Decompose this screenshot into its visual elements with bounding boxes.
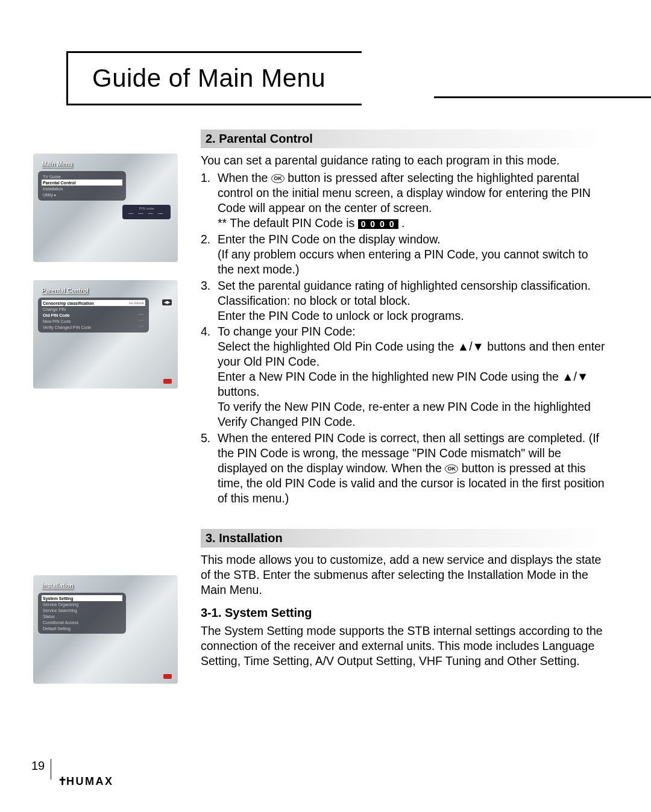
screenshot-menu: System SettingService OrganizingService … <box>38 593 126 634</box>
screenshot-menu-item: Status <box>42 613 122 619</box>
screenshot-title: Parental Control <box>38 285 173 296</box>
screenshot-menu-item: Installation <box>42 186 122 192</box>
screenshot-column: Main Menu TV GuideParental ControlInstal… <box>21 130 184 702</box>
page-title-box: Guide of Main Menu <box>66 51 362 105</box>
step-body: Enter the PIN Code on the display window… <box>218 233 588 276</box>
content-columns: Main Menu TV GuideParental ControlInstal… <box>21 130 630 702</box>
page-number: 19 <box>31 759 51 779</box>
section-heading-installation: 3. Installation <box>201 529 606 548</box>
title-rule <box>434 96 651 98</box>
screenshot-menu-item: Change PIN <box>42 306 145 312</box>
screenshot-menu: TV GuideParental ControlInstallationUtil… <box>38 171 126 201</box>
step-item: 2.Enter the PIN Code on the display wind… <box>201 232 606 277</box>
brand-text: HUMAX <box>66 775 114 787</box>
brand-cross-icon: ✝ <box>58 775 66 788</box>
step-item: 1.When the OK button is pressed after se… <box>201 170 606 231</box>
screenshot-menu-item: Parental Control <box>42 180 122 186</box>
step-item: 5.When the entered PIN Code is correct, … <box>201 431 606 506</box>
screenshot-title: Main Menu <box>38 158 173 170</box>
section-heading-parental: 2. Parental Control <box>201 130 606 148</box>
screenshot-menu-item: System Setting <box>42 595 122 601</box>
screenshot-menu-item: Conditional Access <box>42 619 122 625</box>
red-button-icon <box>163 379 172 384</box>
red-button-icon <box>163 674 172 679</box>
page-footer: 19 ✝HUMAX <box>31 759 114 788</box>
screenshot-menu: Censorship classificationno blockChange … <box>38 298 149 333</box>
screenshot-menu-item: Old PIN Code**** <box>42 312 145 318</box>
screenshot-menu-item: Default Setting <box>42 625 122 631</box>
screenshot-pin-box: PIN code — — — — <box>122 205 171 219</box>
step-body: When the entered PIN Code is correct, th… <box>218 431 605 505</box>
screenshot-title: Installation <box>38 580 173 592</box>
page-title: Guide of Main Menu <box>92 64 326 93</box>
screenshot-main-menu: Main Menu TV GuideParental ControlInstal… <box>33 154 178 262</box>
screenshot-menu-item: Service Organizing <box>42 601 122 607</box>
step-item: 4.To change your PIN Code:Select the hig… <box>201 324 606 429</box>
screenshot-menu-item: Utility ▸ <box>42 192 122 198</box>
section-intro: You can set a parental guidance rating t… <box>201 153 606 168</box>
screenshot-menu-item: TV Guide <box>42 173 122 180</box>
step-number: 3. <box>201 278 210 293</box>
step-body: To change your PIN Code:Select the highl… <box>218 325 605 428</box>
step-body: Set the parental guidance rating of high… <box>218 279 591 322</box>
sub-heading-system-setting: 3-1. System Setting <box>201 606 606 620</box>
step-body: When the OK button is pressed after sele… <box>218 171 591 230</box>
brand-logo: ✝HUMAX <box>58 775 114 788</box>
text-column: 2. Parental Control You can set a parent… <box>201 130 630 702</box>
screenshot-menu-item: New PIN Code**** <box>42 318 145 324</box>
sub-body: The System Setting mode supports the STB… <box>201 623 606 669</box>
step-number: 2. <box>201 232 210 247</box>
step-number: 4. <box>201 324 210 339</box>
default-pin-box: 0 0 0 0 <box>358 219 398 229</box>
screenshot-parental-control: Parental Control Censorship classificati… <box>33 280 178 389</box>
step-number: 1. <box>201 170 210 186</box>
step-item: 3.Set the parental guidance rating of hi… <box>201 278 606 323</box>
screenshot-installation: Installation System SettingService Organ… <box>33 575 178 684</box>
ok-button-icon: OK <box>271 174 285 183</box>
screenshot-menu-item: Censorship classificationno block <box>42 300 145 306</box>
step-number: 5. <box>201 431 210 446</box>
screenshot-menu-item: Verify Changed PIN Code**** <box>42 324 145 330</box>
ok-button-icon: OK <box>445 464 458 473</box>
parental-step-list: 1.When the OK button is pressed after se… <box>201 170 606 506</box>
section-intro: This mode allows you to customize, add a… <box>201 552 606 598</box>
arrow-icon: ◀▶ <box>162 299 172 305</box>
screenshot-menu-item: Service Searching <box>42 607 122 613</box>
